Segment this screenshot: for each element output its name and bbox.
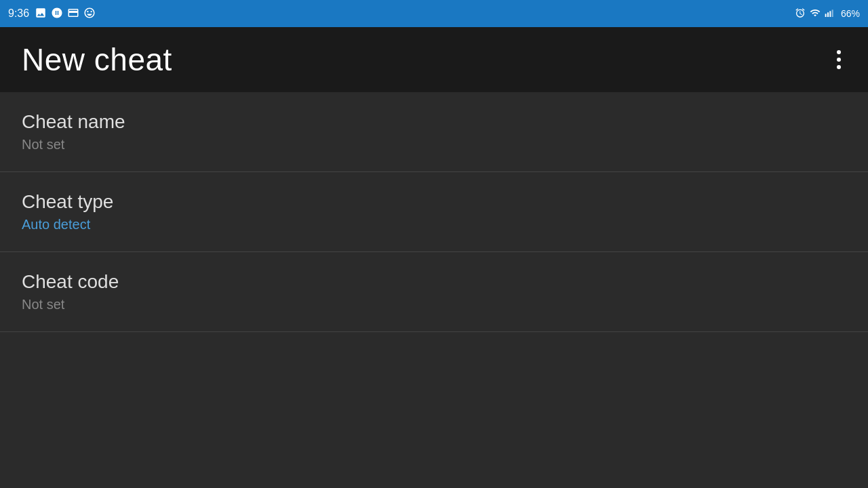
status-time: 9:36 — [8, 7, 29, 20]
cheat-type-value: Auto detect — [22, 217, 846, 232]
dot2 — [837, 58, 841, 62]
cheat-code-value: Not set — [22, 297, 846, 312]
status-icons — [35, 7, 96, 21]
nfc-icon — [67, 7, 79, 21]
cheat-name-value: Not set — [22, 137, 846, 152]
signal-icon — [825, 7, 835, 20]
svg-rect-0 — [825, 14, 827, 17]
svg-rect-3 — [832, 9, 833, 17]
svg-rect-1 — [827, 12, 829, 17]
system-icons — [795, 7, 835, 20]
extra-icon — [83, 7, 96, 21]
dot3 — [837, 65, 841, 69]
dot1 — [837, 50, 841, 54]
svg-rect-2 — [829, 11, 831, 17]
cloud-sync-icon — [51, 7, 63, 21]
status-bar-left: 9:36 — [8, 7, 96, 21]
more-options-button[interactable] — [831, 45, 846, 75]
app-bar: New cheat — [0, 27, 868, 92]
wifi-icon — [810, 7, 821, 20]
cheat-name-item[interactable]: Cheat name Not set — [0, 92, 868, 172]
status-bar-right: 66% — [795, 7, 860, 20]
status-bar: 9:36 — [0, 0, 868, 27]
photo-icon — [35, 7, 47, 21]
cheat-type-title: Cheat type — [22, 191, 846, 213]
cheat-code-title: Cheat code — [22, 271, 846, 293]
alarm-icon — [795, 7, 806, 20]
content-area: Cheat name Not set Cheat type Auto detec… — [0, 92, 868, 332]
cheat-type-item[interactable]: Cheat type Auto detect — [0, 172, 868, 252]
cheat-name-title: Cheat name — [22, 111, 846, 133]
cheat-code-item[interactable]: Cheat code Not set — [0, 252, 868, 332]
battery-indicator: 66% — [841, 8, 860, 19]
page-title: New cheat — [22, 41, 172, 78]
